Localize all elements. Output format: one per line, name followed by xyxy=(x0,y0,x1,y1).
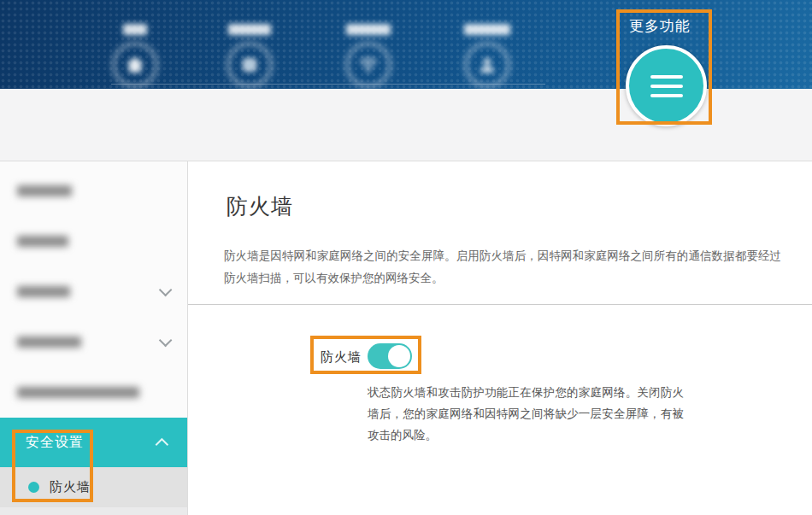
chevron-up-icon xyxy=(156,437,169,451)
home-icon xyxy=(114,44,156,86)
security-settings-label: 安全设置 xyxy=(26,434,84,452)
firewall-toggle[interactable] xyxy=(368,343,412,369)
wifi-icon xyxy=(347,44,390,86)
blurred-label xyxy=(17,337,81,348)
blurred-label xyxy=(17,185,72,196)
firewall-subitem-label: 防火墙 xyxy=(50,479,91,495)
blurred-label xyxy=(17,387,139,398)
user-icon xyxy=(466,44,509,86)
more-functions-button[interactable] xyxy=(626,45,707,126)
sidebar-item-blurred-4[interactable] xyxy=(0,317,187,367)
blurred-label xyxy=(17,286,70,297)
firewall-toggle-description: 状态防火墙和攻击防护功能正在保护您的家庭网络。关闭防火墙后，您的家庭网络和因特网… xyxy=(368,382,684,446)
chevron-down-icon xyxy=(159,284,173,297)
sidebar-group-security-settings[interactable]: 安全设置 xyxy=(0,418,187,467)
sidebar: 安全设置 防火墙 xyxy=(0,161,188,515)
sidebar-subitem-firewall[interactable]: 防火墙 xyxy=(0,467,187,507)
nav-label-blurred xyxy=(228,24,271,35)
nav-label-blurred xyxy=(464,24,510,35)
nav-label-blurred xyxy=(123,24,147,35)
page-title: 防火墙 xyxy=(227,192,293,220)
nav-label-blurred xyxy=(346,24,391,35)
hamburger-icon xyxy=(650,75,683,79)
page-description: 防火墙是因特网和家庭网络之间的安全屏障。启用防火墙后，因特网和家庭网络之间所有的… xyxy=(224,244,781,289)
main-content: 防火墙 防火墙是因特网和家庭网络之间的安全屏障。启用防火墙后，因特网和家庭网络之… xyxy=(188,161,812,515)
active-dot xyxy=(28,482,39,493)
nav-item-blurred-2[interactable] xyxy=(198,24,301,89)
more-functions-label: 更多功能 xyxy=(629,16,691,36)
device-icon xyxy=(228,44,271,86)
nav-item-blurred-3[interactable] xyxy=(317,24,420,89)
sidebar-footer-area xyxy=(0,507,187,515)
blurred-label xyxy=(17,236,68,247)
nav-item-blurred-1[interactable] xyxy=(84,24,186,89)
sidebar-item-blurred-1[interactable] xyxy=(0,166,187,216)
sidebar-item-blurred-5[interactable] xyxy=(0,367,187,418)
section-divider xyxy=(188,304,812,305)
toggle-knob xyxy=(388,345,410,367)
chevron-down-icon xyxy=(159,334,173,348)
sidebar-item-blurred-3[interactable] xyxy=(0,266,187,317)
firewall-toggle-label: 防火墙 xyxy=(321,349,362,366)
nav-item-blurred-4[interactable] xyxy=(436,24,538,89)
sidebar-item-blurred-2[interactable] xyxy=(0,216,187,266)
router-settings-page: 更多功能 安全设置 防火墙 xyxy=(0,0,812,515)
